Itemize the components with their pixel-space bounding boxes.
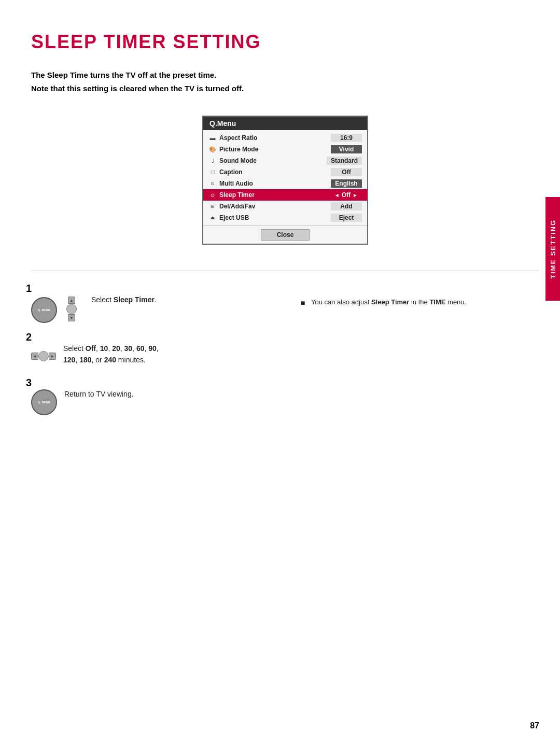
qmenu-label-caption: Caption: [219, 168, 243, 176]
qmenu-box: Q.Menu ▬ Aspect Ratio 16:9 🎨 Picture Mod…: [202, 116, 368, 245]
step-2-icon-container: 2 ◄ ►: [31, 340, 56, 369]
step-3-number: 3: [26, 377, 32, 389]
qmenu-row-sound-mode: ♩ Sound Mode Standard: [203, 155, 367, 166]
step-2: 2 ◄ ► Select Off, 10, 20, 30, 60, 90, 12…: [31, 335, 270, 369]
page-title: SLEEP TIMER SETTING: [31, 31, 539, 53]
note-box: ■ You can also adjust Sleep Timer in the…: [301, 292, 539, 308]
side-tab-label: TIME SETTING: [549, 219, 557, 279]
qmenu-value-picture-mode: Vivid: [331, 145, 362, 153]
nav-cross-icon: ▲ ▼: [59, 297, 84, 321]
caption-icon: □: [208, 168, 217, 176]
step-3-icon-container: 3 Q. MENU: [31, 385, 57, 415]
qmenu-value-caption: Off: [331, 168, 362, 176]
steps-right: ■ You can also adjust Sleep Timer in the…: [301, 287, 539, 428]
main-content: SLEEP TIMER SETTING The Sleep Time turns…: [31, 31, 539, 715]
steps-left: 1 Q. MENU ▲ ▼ S: [31, 287, 270, 428]
steps-section: 1 Q. MENU ▲ ▼ S: [31, 287, 539, 428]
side-tab: TIME SETTING: [545, 197, 560, 301]
nav-right-icon: ►: [49, 353, 56, 360]
qmenu-value-del-add-fav: Add: [331, 202, 362, 210]
nav-up-icon: ▲: [68, 297, 75, 304]
picture-mode-icon: 🎨: [208, 145, 217, 153]
sleep-arrow-right-icon: ►: [353, 192, 358, 198]
section-divider: [31, 271, 539, 271]
intro-text: The Sleep Time turns the TV off at the p…: [31, 68, 539, 95]
multi-audio-icon: ⊙: [208, 179, 217, 188]
sleep-arrow-left-icon: ◄: [334, 192, 340, 198]
qmenu-row-multi-audio: ⊙ Multi Audio English: [203, 178, 367, 189]
qmenu-button-2-icon: Q. MENU: [31, 389, 57, 415]
del-add-fav-icon: ⊞: [208, 202, 217, 210]
qmenu-row-picture-mode: 🎨 Picture Mode Vivid: [203, 144, 367, 155]
qmenu-value-eject-usb: Eject: [331, 214, 362, 222]
qmenu-close-area: Close: [203, 226, 367, 244]
qmenu-label-sleep-timer: Sleep Timer: [219, 191, 255, 199]
step-1: 1 Q. MENU ▲ ▼ S: [31, 287, 270, 323]
qmenu-close-button[interactable]: Close: [261, 229, 310, 241]
qmenu-row-caption: □ Caption Off: [203, 166, 367, 178]
step-2-text: Select Off, 10, 20, 30, 60, 90, 120, 180…: [63, 335, 159, 366]
eject-usb-icon: ⏏: [208, 214, 217, 222]
qmenu-label-multi-audio: Multi Audio: [219, 180, 253, 187]
note-text: You can also adjust Sleep Timer in the T…: [311, 297, 466, 308]
qmenu-label-del-add-fav: Del/Add/Fav: [219, 203, 255, 210]
intro-line2: Note that this setting is cleared when t…: [31, 82, 539, 95]
qmenu-title: Q.Menu: [203, 117, 367, 130]
step-1-text: Select Sleep Timer.: [91, 287, 157, 305]
step-3: 3 Q. MENU Return to TV viewing.: [31, 381, 270, 415]
step-3-text: Return to TV viewing.: [64, 381, 134, 400]
note-bullet-icon: ■: [301, 297, 307, 308]
qmenu-row-aspect-ratio: ▬ Aspect Ratio 16:9: [203, 132, 367, 144]
qmenu-label-aspect-ratio: Aspect Ratio: [219, 134, 257, 142]
step-1-number: 1: [26, 283, 32, 294]
nav-down-icon: ▼: [68, 314, 75, 321]
intro-line1: The Sleep Time turns the TV off at the p…: [31, 68, 539, 82]
sleep-timer-icon: ⊙: [208, 191, 217, 199]
qmenu-button-icon: Q. MENU: [31, 297, 57, 323]
page-number: 87: [530, 721, 539, 730]
qmenu-label-eject-usb: Eject USB: [219, 214, 249, 221]
qmenu-wrapper: Q.Menu ▬ Aspect Ratio 16:9 🎨 Picture Mod…: [31, 116, 539, 245]
qmenu-label-picture-mode: Picture Mode: [219, 146, 258, 153]
nav-cross-lr-icon: ◄ ►: [31, 344, 56, 369]
qmenu-row-sleep-timer: ⊙ Sleep Timer ◄ Off ►: [203, 189, 367, 201]
nav-left-icon: ◄: [31, 353, 38, 360]
qmenu-value-multi-audio: English: [331, 179, 362, 188]
qmenu-value-aspect-ratio: 16:9: [331, 134, 362, 142]
step-1-icon-container: 1 Q. MENU ▲ ▼: [31, 291, 84, 323]
qmenu-label-sound-mode: Sound Mode: [219, 157, 257, 164]
qmenu-row-del-add-fav: ⊞ Del/Add/Fav Add: [203, 201, 367, 212]
step-2-number: 2: [26, 331, 32, 343]
qmenu-value-sound-mode: Standard: [327, 157, 362, 165]
qmenu-value-sleep-timer: ◄ Off ►: [330, 191, 362, 199]
sound-mode-icon: ♩: [208, 157, 217, 165]
aspect-ratio-icon: ▬: [208, 134, 217, 142]
qmenu-row-eject-usb: ⏏ Eject USB Eject: [203, 212, 367, 223]
qmenu-items: ▬ Aspect Ratio 16:9 🎨 Picture Mode Vivid: [203, 130, 367, 226]
